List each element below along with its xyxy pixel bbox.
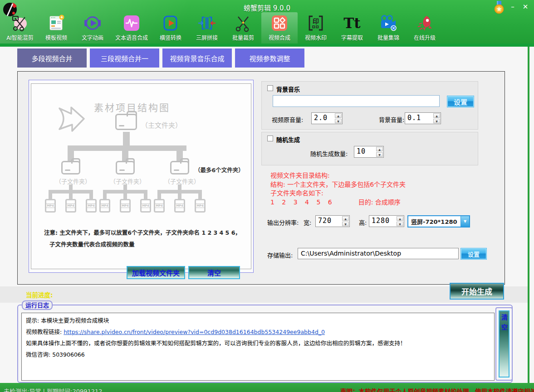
sub-folder-icon [170,161,189,174]
video-volume-value[interactable]: 2.0 [312,113,334,124]
mp4-file-icon: MP4 [120,199,131,213]
chevron-down-icon[interactable] [461,216,469,227]
tool-label: 字幕提取 [341,34,363,41]
bgm-volume-value[interactable]: 0.1 [405,113,433,124]
spin-up-icon[interactable] [342,216,349,221]
bgm-group: 背景音乐 设置 视频原音量: 2.0 背景音量: 0.1 [261,81,478,130]
mp4-file-icon: MP4 [99,199,110,213]
bgm-path-input[interactable] [273,95,440,107]
notice-line2: 结构: 一个主文件夹，下边最多包括6个子文件夹 [270,180,406,189]
window-title: 螃蟹剪辑 9.0.0 [0,3,534,12]
orientation-convert-icon [161,13,181,33]
diagram-note-line1: 注意: 主文件夹下，最多可以放置6个子文件夹，子文件夹命名 1 2 3 4 5 … [44,228,241,237]
tool-tts[interactable]: 文本语音合成 [111,12,152,44]
structure-diagram: 素材项目结构图 （主文件夹） （子文件夹） （子文件夹） （子 [29,80,254,273]
tab-multi-merge[interactable]: 多段视频合并 [17,48,87,68]
tab-bgm-compose[interactable]: 视频背景音乐合成 [162,48,232,68]
window-frame-accent [528,47,529,383]
tutorial-prefix: 视频教程链接: [26,329,64,335]
bgm-volume-spinner: 0.1 [405,112,441,124]
resolution-preset-select[interactable]: 竖屏-720*1280 [407,215,470,227]
width-value[interactable]: 720 [316,216,342,227]
svg-text:印: 印 [313,18,319,25]
sub-folder-icon [61,161,80,174]
diagram-note-line2: 子文件夹数量代表合成视频的数量 [49,240,135,248]
output-path-input[interactable]: C:\Users\Administrator\Desktop [298,248,459,259]
tool-three-screen[interactable]: 三屏拼接 [189,12,225,44]
tutorial-link[interactable]: https://share.plvideo.cn/front/video/pre… [64,329,325,335]
random-count-label: 随机生成数量: [310,149,348,158]
spin-down-icon[interactable] [342,222,349,226]
medal-icon[interactable] [493,1,505,16]
log-clear-frame: 清空 [495,307,513,381]
tool-template-video[interactable]: 模板视频 [38,12,74,44]
spin-down-icon[interactable] [433,119,440,123]
bgm-checkbox[interactable] [267,85,273,91]
subtitle-extract-icon: Tt [342,13,362,33]
status-left-text: 未检测出:异常 | 到期时间:20991212 [4,387,103,392]
max-folders-label: （最多6个文件夹） [195,165,244,174]
bgm-checkbox-label: 背景音乐 [276,85,300,93]
minimize-button[interactable]: – [507,2,519,12]
width-spinner: 720 [315,215,350,227]
mp4-file-icon: MP4 [86,199,97,213]
random-checkbox[interactable] [267,136,273,141]
sub-folder-icon [116,161,135,174]
statusbar: 未检测出:异常 | 到期时间:20991212 声明：本软件仅用于个人原创音视频… [0,383,534,392]
tool-label: 文字动画 [82,34,103,41]
random-count-value[interactable]: 10 [354,146,376,157]
spin-up-icon[interactable] [397,216,403,221]
tool-orientation-convert[interactable]: 横竖转换 [152,12,189,44]
spin-up-icon[interactable] [335,113,342,118]
log-line-5: 微信咨询: 503906066 [26,349,490,360]
tool-label: 视频水印 [305,34,327,41]
resolution-label: 输出分辨率: [267,218,299,227]
spin-up-icon[interactable] [376,147,383,151]
random-count-spinner: 10 [354,146,384,158]
output-set-button[interactable]: 设置 [461,248,487,260]
tool-label: 批量集锦 [377,34,399,41]
width-label: 宽: [304,218,311,227]
close-button[interactable]: ✕ [519,2,531,12]
bgm-set-button[interactable]: 设置 [447,96,474,107]
mp4-file-icon: MP4 [195,199,206,213]
tool-label: 三屏拼接 [196,34,218,41]
clear-button[interactable]: 清空 [188,266,240,279]
mp4-file-icon: MP4 [45,199,56,213]
tool-watermark[interactable]: 印 视频水印 [298,12,334,44]
sub-folder-label: （子文件夹） [110,177,145,185]
spin-down-icon[interactable] [397,222,403,226]
log-clear-button[interactable]: 清空 [499,310,510,377]
run-log-title: 运行日志 [22,300,53,310]
tool-batch-collection[interactable]: 批量集锦 [370,12,407,44]
template-video-icon [46,13,66,33]
height-value[interactable]: 1280 [369,216,396,227]
tool-text-animation[interactable]: 文字动画 [74,12,111,44]
run-log-box[interactable]: 提示: 本模块主要为视频合成模块 视频教程链接: https://share.p… [21,313,495,381]
tool-online-upgrade[interactable]: 在线升级 [407,12,443,44]
tab-three-merge[interactable]: 三段视频合并一 [90,48,159,68]
sub-folder-label: （子文件夹） [55,177,91,185]
spin-down-icon[interactable] [376,152,383,157]
text-animation-icon [83,13,103,33]
tts-icon [122,13,142,33]
spinner-arrows [342,216,349,227]
spinner-arrows [376,146,383,157]
svg-text:Tt: Tt [343,15,361,31]
toolbar: AI智能混剪 模 [2,12,443,44]
tool-subtitle-extract[interactable]: Tt 字幕提取 [334,12,370,44]
height-label: 高: [359,218,367,227]
tool-label: 批量裁剪 [232,34,254,41]
main-panel: 素材项目结构图 （主文件夹） （子文件夹） （子文件夹） （子 [17,71,505,285]
tool-video-compose[interactable]: 视频合成 [261,12,298,44]
spin-up-icon[interactable] [433,113,440,118]
tool-batch-crop[interactable]: 批量裁剪 [225,12,261,44]
progress-label: 当前进度: [26,290,53,299]
notice-purpose: 目的: 合成顺序 [358,198,401,206]
tab-video-params[interactable]: 视频参数调整 [235,48,304,68]
load-video-folder-button[interactable]: 加载视频文件夹 [127,266,185,279]
spin-down-icon[interactable] [335,119,342,123]
batch-collection-icon [378,13,398,33]
main-folder-icon [115,114,137,130]
start-generate-button[interactable]: 开始生成 [450,283,504,300]
